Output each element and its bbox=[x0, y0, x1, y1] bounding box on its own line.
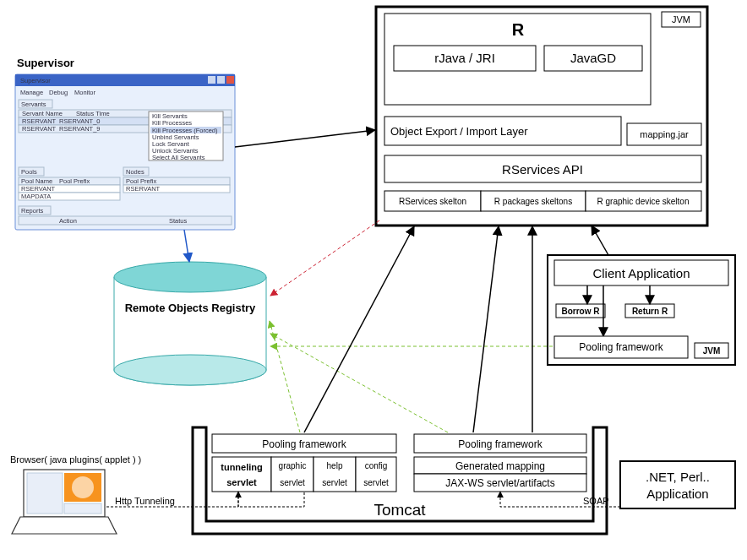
svg-text:Status Time: Status Time bbox=[76, 110, 110, 117]
tomcat-left-block: Pooling framework tunneling servlet grap… bbox=[212, 434, 396, 492]
svg-rect-68 bbox=[64, 503, 101, 514]
arrow-tomcat-right-jvm1 bbox=[473, 226, 499, 432]
tunneling-label: tunneling bbox=[221, 462, 263, 472]
dotnet-block: .NET, Perl.. Application bbox=[620, 461, 735, 508]
svg-rect-65 bbox=[27, 473, 63, 514]
tunneling-servlet-label: servlet bbox=[226, 477, 257, 487]
ctx-select-all[interactable]: Select All Servants bbox=[152, 154, 205, 161]
svg-text:MAPDATA: MAPDATA bbox=[21, 193, 51, 200]
registry-label: Remote Objects Registry bbox=[125, 302, 256, 314]
return-r-label: Return R bbox=[632, 307, 668, 316]
pools-label: Pools bbox=[21, 168, 37, 176]
menu-debug[interactable]: Debug bbox=[49, 89, 68, 96]
svg-text:servlet: servlet bbox=[363, 478, 389, 487]
svg-text:RSERVANT_9: RSERVANT_9 bbox=[59, 125, 101, 133]
svg-text:RSERVANT_0: RSERVANT_0 bbox=[59, 117, 101, 125]
dotnet-line2: Application bbox=[646, 487, 708, 501]
svg-text:RSERVANT: RSERVANT bbox=[22, 125, 57, 133]
arrow-supervisor-registry bbox=[184, 230, 189, 262]
skel-rservices: RServices skelton bbox=[399, 197, 466, 206]
supervisor-window-title: Supervisor bbox=[20, 77, 51, 84]
client-title: Client Application bbox=[592, 266, 690, 280]
http-tunneling-label: Http Tunneling bbox=[115, 496, 175, 506]
svg-rect-15 bbox=[226, 76, 234, 84]
svg-point-45 bbox=[114, 355, 266, 385]
help-label: help bbox=[327, 461, 343, 470]
graphic-label: graphic bbox=[279, 461, 307, 470]
nodes-label: Nodes bbox=[126, 168, 144, 176]
svg-text:servlet: servlet bbox=[322, 478, 347, 487]
export-layer-label: Object Export / Import Layer bbox=[390, 125, 528, 138]
svg-rect-13 bbox=[208, 76, 215, 84]
svg-rect-69 bbox=[620, 461, 735, 508]
arrow-supervisor-jvm bbox=[235, 130, 375, 147]
architecture-diagram: JVM R rJava / JRI JavaGD Object Export /… bbox=[0, 0, 747, 560]
arrow-tomcat-left-registry bbox=[270, 321, 300, 432]
svg-text:RSERVANT: RSERVANT bbox=[22, 117, 57, 125]
svg-text:Pool Name: Pool Name bbox=[21, 177, 52, 185]
tab-servants[interactable]: Servants bbox=[21, 101, 46, 108]
soap-label: SOAP bbox=[583, 496, 609, 506]
borrow-r-label: Borrow R bbox=[562, 307, 601, 316]
svg-text:RSERVANT: RSERVANT bbox=[126, 185, 161, 193]
r-label: R bbox=[512, 20, 525, 39]
svg-text:Servant Name: Servant Name bbox=[22, 110, 63, 117]
dotnet-line1: .NET, Perl.. bbox=[646, 470, 710, 484]
arrow-client-jvm bbox=[592, 226, 608, 255]
ctx-kill-processes[interactable]: Kill Processes bbox=[152, 119, 192, 127]
arrow-tomcat-right-registry bbox=[270, 334, 448, 432]
svg-point-46 bbox=[114, 262, 266, 292]
client-jvm-label: JVM bbox=[703, 346, 721, 356]
menu-manage[interactable]: Manage bbox=[20, 89, 43, 96]
svg-rect-14 bbox=[217, 76, 225, 84]
mapping-jar-label: mapping.jar bbox=[640, 129, 689, 139]
config-label: config bbox=[365, 461, 388, 470]
javagd-label: JavaGD bbox=[570, 51, 616, 65]
client-pool-label: Pooling framework bbox=[579, 341, 663, 353]
svg-text:servlet: servlet bbox=[280, 478, 305, 487]
svg-text:Pool Prefix: Pool Prefix bbox=[59, 177, 90, 185]
supervisor-title: Supervisor bbox=[17, 57, 74, 69]
skel-graphic: R graphic device skelton bbox=[597, 197, 690, 206]
svg-text:Action: Action bbox=[59, 217, 77, 225]
rjava-label: rJava / JRI bbox=[434, 51, 495, 65]
supervisor-window: Supervisor Manage Debug Monitor Servants… bbox=[15, 74, 235, 230]
jvm-r-block: JVM R rJava / JRI JavaGD Object Export /… bbox=[376, 7, 707, 226]
browser-title: Browser( java plugins( applet ) ) bbox=[10, 454, 141, 465]
registry-cylinder: Remote Objects Registry bbox=[114, 262, 266, 385]
arrow-tomcat-left-jvm bbox=[304, 226, 414, 432]
jaxws-label: JAX-WS servlet/artifacts bbox=[445, 477, 554, 489]
tomcat-container: Tomcat Pooling framework tunneling servl… bbox=[193, 427, 607, 534]
menu-monitor[interactable]: Monitor bbox=[74, 89, 96, 96]
client-block: Client Application Borrow R Return R Poo… bbox=[548, 255, 735, 365]
generated-mapping-label: Generated mapping bbox=[455, 460, 545, 472]
arrow-jvm-registry bbox=[270, 220, 379, 296]
svg-text:RSERVANT: RSERVANT bbox=[21, 185, 56, 193]
reports-label: Reports bbox=[21, 207, 44, 215]
tomcat-right-pool: Pooling framework bbox=[458, 438, 543, 450]
svg-text:Pool Prefix: Pool Prefix bbox=[126, 177, 157, 185]
svg-text:Status: Status bbox=[169, 217, 188, 225]
jvm-label: JVM bbox=[672, 14, 690, 24]
svg-point-67 bbox=[72, 476, 94, 498]
tomcat-title: Tomcat bbox=[374, 501, 426, 519]
tomcat-left-pool: Pooling framework bbox=[262, 438, 346, 450]
laptop-icon bbox=[12, 470, 117, 534]
rservices-api-label: RServices API bbox=[502, 162, 583, 177]
tomcat-right-block: Pooling framework Generated mapping JAX-… bbox=[414, 434, 586, 492]
svg-rect-42 bbox=[19, 216, 232, 225]
skel-packages: R packages skeltons bbox=[494, 197, 572, 206]
